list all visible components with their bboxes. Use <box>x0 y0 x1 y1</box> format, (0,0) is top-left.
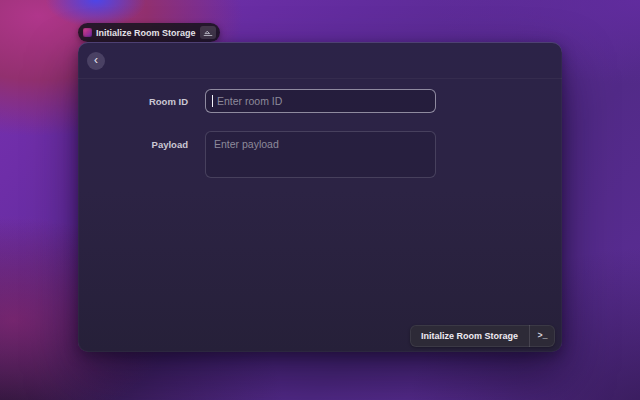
initialize-room-storage-button[interactable]: Initalize Room Storage >_ <box>410 325 555 347</box>
payload-label: Payload <box>78 139 188 150</box>
payload-textarea[interactable] <box>205 131 436 178</box>
header-divider <box>78 78 562 79</box>
window-tag-label: Initialize Room Storage <box>96 28 196 38</box>
app-icon <box>83 28 92 37</box>
chevron-left-icon: ‹ <box>94 54 98 66</box>
submit-button-label: Initalize Room Storage <box>410 325 529 347</box>
initialize-room-storage-window: ‹ Room ID Payload Initalize Room Storage… <box>78 42 562 352</box>
back-button[interactable]: ‹ <box>87 52 105 70</box>
desktop-wallpaper: Initialize Room Storage ‹ Room ID Payloa… <box>0 0 640 400</box>
detach-icon-glyph <box>203 29 213 37</box>
room-id-label: Room ID <box>78 96 188 107</box>
window-tag[interactable]: Initialize Room Storage <box>78 23 220 42</box>
room-id-input[interactable] <box>205 89 436 113</box>
detach-icon[interactable] <box>200 26 216 39</box>
terminal-icon: >_ <box>530 325 555 347</box>
text-caret <box>212 95 213 107</box>
